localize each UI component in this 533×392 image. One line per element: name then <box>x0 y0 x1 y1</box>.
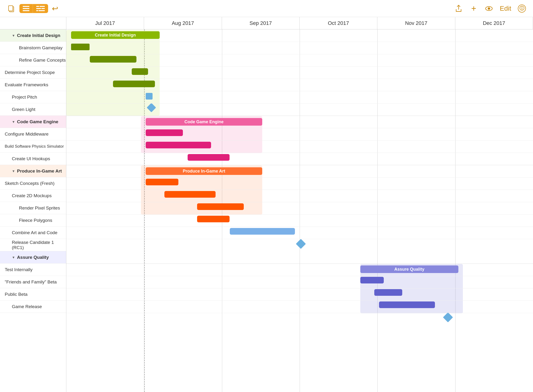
row-line-23 <box>66 313 533 313</box>
label-r12[interactable]: ▼Produce In-Game Art <box>0 165 66 177</box>
row-line-3 <box>66 54 533 54</box>
bar-r3[interactable] <box>90 56 136 63</box>
svg-rect-6 <box>40 6 45 7</box>
toolbar-left: ↩ <box>7 4 58 13</box>
back-button[interactable]: ↩ <box>52 4 58 13</box>
label-r11[interactable]: Create UI Hookups <box>0 153 66 165</box>
info-icon[interactable]: ⓘ <box>518 5 526 13</box>
label-r14[interactable]: Create 2D Mockups <box>0 190 66 202</box>
gantt-header: Jul 2017 Aug 2017 Sep 2017 Oct 2017 Nov … <box>0 17 533 29</box>
row-line-2 <box>66 42 533 42</box>
month-nov: Nov 2017 <box>377 17 455 29</box>
month-sep: Sep 2017 <box>222 17 300 29</box>
label-r17[interactable]: Combine Art and Code <box>0 227 66 239</box>
bar-r13[interactable] <box>146 179 178 185</box>
gantt-view-btn[interactable] <box>33 4 48 13</box>
label-r3[interactable]: Refine Game Concepts <box>0 54 66 66</box>
bar-r4[interactable] <box>132 68 148 75</box>
row-line-13 <box>66 177 533 177</box>
svg-rect-9 <box>36 10 38 11</box>
toolbar-right: + Edit ⓘ <box>454 4 526 13</box>
label-r1[interactable]: ▼Create Initial Design <box>0 29 66 42</box>
row-line-7 <box>66 103 533 103</box>
row-line-11 <box>66 153 533 153</box>
row-line-6 <box>66 91 533 91</box>
share-icon[interactable] <box>454 4 463 13</box>
eye-icon[interactable] <box>485 4 493 13</box>
svg-point-12 <box>488 8 490 9</box>
bar-r17[interactable] <box>230 228 295 235</box>
label-r13[interactable]: Sketch Concepts (Fresh) <box>0 177 66 190</box>
toolbar: ↩ + Edit ⓘ <box>0 0 533 17</box>
month-aug: Aug 2017 <box>144 17 222 29</box>
grid-line-3 <box>300 29 300 392</box>
label-r21[interactable]: "Friends and Family" Beta <box>0 276 66 288</box>
month-dec: Dec 2017 <box>455 17 533 29</box>
row-line-8 <box>66 116 533 116</box>
row-line-14 <box>66 190 533 190</box>
label-r22[interactable]: Public Beta <box>0 288 66 300</box>
bar-r15[interactable] <box>197 203 244 210</box>
label-r6[interactable]: Project Pitch <box>0 91 66 103</box>
gantt-grid: Create Initial Design Code Game Engine <box>66 29 533 392</box>
label-r19[interactable]: ▼Assure Quality <box>0 251 66 264</box>
gantt-months: Jul 2017 Aug 2017 Sep 2017 Oct 2017 Nov … <box>66 17 533 29</box>
add-icon[interactable]: + <box>469 4 478 13</box>
grid-line-4 <box>377 29 378 392</box>
row-line-19 <box>66 264 533 264</box>
row-line-15 <box>66 202 533 202</box>
label-r4[interactable]: Determine Project Scope <box>0 66 66 79</box>
label-r23[interactable]: Game Release <box>0 300 66 313</box>
row-line-18 <box>66 239 533 239</box>
month-oct: Oct 2017 <box>300 17 377 29</box>
label-r20[interactable]: Test Internally <box>0 264 66 276</box>
row-line-20 <box>66 276 533 276</box>
row-line-16 <box>66 214 533 215</box>
bar-r11[interactable] <box>188 154 230 161</box>
bar-r1[interactable]: Create Initial Design <box>71 31 160 39</box>
bar-r6[interactable] <box>146 93 153 99</box>
bar-r9[interactable] <box>146 129 183 136</box>
gantt-body: ▼Create Initial Design Brainstorm Gamepl… <box>0 29 533 392</box>
bar-r20[interactable] <box>360 277 384 284</box>
label-r5[interactable]: Evaluate Frameworks <box>0 79 66 91</box>
bar-r16[interactable] <box>197 216 230 222</box>
svg-rect-10 <box>39 10 45 11</box>
svg-rect-8 <box>42 8 45 9</box>
label-r16[interactable]: Fleece Polygons <box>0 214 66 227</box>
label-r10[interactable]: Build Software Physics Simulator <box>0 140 66 153</box>
row-line-9 <box>66 128 533 128</box>
edit-button[interactable]: Edit <box>500 5 511 12</box>
copy-icon[interactable] <box>7 4 16 13</box>
bar-r8[interactable]: Code Game Engine <box>146 118 263 126</box>
milestone-gamerelease[interactable] <box>443 312 453 322</box>
row-line-10 <box>66 140 533 140</box>
svg-rect-3 <box>23 8 29 9</box>
month-jul: Jul 2017 <box>66 17 144 29</box>
label-r2[interactable]: Brainstorm Gameplay <box>0 42 66 54</box>
label-r18[interactable]: Release Candidate 1 (RC1) <box>0 239 66 251</box>
label-r9[interactable]: Configure Middleware <box>0 128 66 140</box>
bar-r12[interactable]: Produce In-Game Art <box>146 167 263 175</box>
bar-r21[interactable] <box>374 289 402 296</box>
svg-rect-4 <box>23 10 29 11</box>
row-line-5 <box>66 79 533 79</box>
svg-rect-2 <box>23 6 29 7</box>
bar-r10[interactable] <box>146 142 211 148</box>
label-r15[interactable]: Render Pixel Sprites <box>0 202 66 214</box>
bar-r19[interactable]: Assure Quality <box>360 266 458 273</box>
gantt-labels: ▼Create Initial Design Brainstorm Gamepl… <box>0 29 66 392</box>
bar-r5[interactable] <box>113 81 155 87</box>
row-line-17 <box>66 227 533 227</box>
list-view-btn[interactable] <box>19 4 33 13</box>
label-r7[interactable]: Green Light <box>0 103 66 116</box>
view-toggle[interactable] <box>19 4 48 13</box>
gantt-container: Jul 2017 Aug 2017 Sep 2017 Oct 2017 Nov … <box>0 17 533 392</box>
bar-r2[interactable] <box>71 44 90 50</box>
label-r8[interactable]: ▼Code Game Engine <box>0 116 66 128</box>
milestone-rc1[interactable] <box>296 239 306 249</box>
row-line-21 <box>66 288 533 289</box>
bar-r14[interactable] <box>164 191 216 198</box>
bar-r22[interactable] <box>379 301 435 308</box>
row-line-12 <box>66 165 533 165</box>
